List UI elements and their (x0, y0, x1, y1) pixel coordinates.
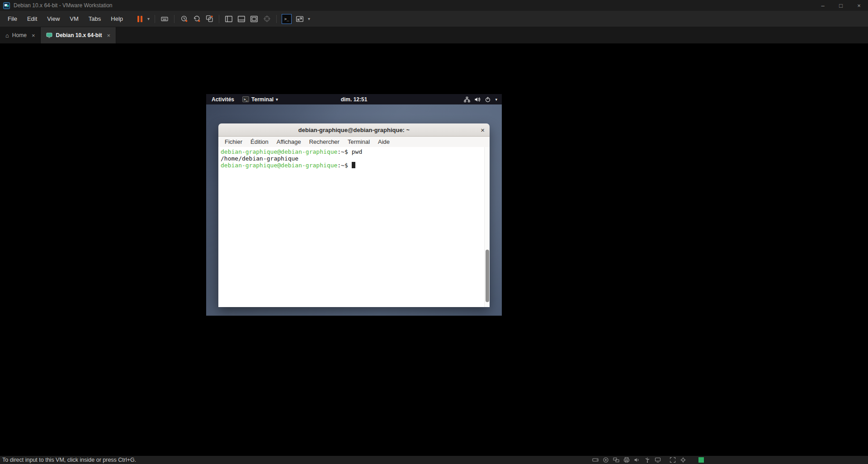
vmware-toolbar: ▾ (134, 13, 312, 25)
terminal-window: debian-graphique@debian-graphique: ~ × F… (218, 123, 490, 307)
fit-guest-status-icon[interactable] (670, 457, 676, 463)
tab-debian-vm[interactable]: Debian 10.x 64-bit × (41, 27, 116, 43)
vm-screen-icon (46, 33, 52, 38)
command-output: /home/debian-graphique (221, 155, 298, 162)
pause-icon (141, 16, 142, 22)
home-icon: ⌂ (5, 32, 9, 39)
vmware-titlebar: Debian 10.x 64-bit - VMware Workstation … (0, 0, 868, 11)
panel-left-icon (225, 15, 233, 23)
terminal-scrollbar[interactable] (484, 147, 490, 307)
keyboard-icon (160, 15, 169, 23)
terminal-toggle-button[interactable]: >_ (282, 14, 292, 24)
display-status-icon[interactable] (655, 457, 661, 463)
fullscreen-dropdown-caret[interactable]: ▾ (306, 16, 312, 21)
snapshot-manager-button[interactable] (203, 13, 216, 25)
hdd-status-icon[interactable] (592, 457, 599, 463)
prompt-user-host: debian-graphique@debian-graphique (221, 162, 337, 169)
menu-tabs[interactable]: Tabs (84, 11, 106, 27)
crosshair-icon (263, 15, 271, 23)
vmware-logo-icon (3, 2, 10, 9)
vmware-menubar: File Edit View VM Tabs Help ▾ (0, 11, 868, 27)
console-view-button[interactable] (248, 13, 260, 25)
toolbar-separator (174, 15, 175, 23)
menu-file[interactable]: File (3, 11, 22, 27)
scrollbar-thumb[interactable] (486, 250, 489, 303)
suspend-power-button[interactable] (134, 14, 146, 24)
panel-bottom-icon (237, 15, 245, 23)
tab-debian-vm-label: Debian 10.x 64-bit (56, 32, 102, 38)
terminal-menu-rechercher[interactable]: Rechercher (305, 138, 344, 145)
close-button[interactable]: × (850, 0, 868, 11)
device-status-icons (592, 457, 864, 463)
cdrom-status-icon[interactable] (603, 457, 609, 463)
fullscreen-icon (296, 15, 304, 23)
fullscreen-button[interactable] (293, 13, 306, 25)
menu-edit[interactable]: Edit (22, 11, 42, 27)
vm-display-area: Activités >_ Terminal ▾ dim. 12:51 (0, 43, 868, 456)
show-library-button[interactable] (222, 13, 235, 25)
vmware-statusbar: To direct input to this VM, click inside… (0, 456, 868, 464)
panel-frame-icon (250, 15, 258, 23)
send-ctrl-alt-del-button[interactable] (158, 13, 171, 25)
window-title: Debian 10.x 64-bit - VMware Workstation (14, 2, 113, 9)
vmware-tabbar: ⌂ Home × Debian 10.x 64-bit × (0, 27, 868, 43)
menu-view[interactable]: View (42, 11, 65, 27)
sound-status-icon[interactable] (634, 457, 640, 463)
gnome-topbar: Activités >_ Terminal ▾ dim. 12:51 (206, 94, 502, 104)
terminal-cursor (352, 162, 355, 168)
menu-vm[interactable]: VM (65, 11, 84, 27)
system-menu-caret: ▾ (495, 97, 497, 102)
snapshot-manager-icon (206, 15, 213, 23)
terminal-body[interactable]: debian-graphique@debian-graphique:~$pwd … (218, 147, 490, 307)
toolbar-separator (155, 15, 155, 23)
terminal-line: debian-graphique@debian-graphique:~$pwd (221, 148, 487, 155)
minimize-button[interactable]: – (814, 0, 832, 11)
tab-home[interactable]: ⌂ Home × (0, 27, 41, 43)
clock-button[interactable]: dim. 12:51 (206, 96, 502, 103)
pause-icon (137, 16, 139, 22)
revert-clock-icon (193, 15, 201, 23)
revert-snapshot-button[interactable] (190, 13, 203, 25)
snapshot-clock-icon (180, 15, 188, 23)
terminal-menu-terminal[interactable]: Terminal (344, 138, 374, 145)
terminal-menu-fichier[interactable]: Fichier (221, 138, 246, 145)
tab-debian-vm-close[interactable]: × (107, 32, 111, 39)
tab-home-label: Home (12, 32, 27, 38)
prompt-user-host: debian-graphique@debian-graphique (221, 148, 337, 155)
status-hint: To direct input to this VM, click inside… (2, 457, 136, 463)
toolbar-separator (276, 15, 277, 23)
show-thumbnail-bar-button[interactable] (235, 13, 248, 25)
tab-home-close[interactable]: × (32, 32, 35, 39)
terminal-line: debian-graphique@debian-graphique:~$ (221, 162, 487, 169)
toolbar-separator (219, 15, 219, 23)
window-controls: – □ × (814, 0, 868, 11)
power-dropdown-caret[interactable]: ▾ (146, 16, 151, 21)
maximize-button[interactable]: □ (832, 0, 850, 11)
printer-status-icon[interactable] (623, 457, 630, 463)
message-log-indicator[interactable] (698, 457, 704, 463)
power-icon (485, 96, 491, 103)
network-status-icon[interactable] (613, 457, 619, 463)
command-text: pwd (348, 148, 362, 155)
terminal-close-button[interactable]: × (481, 123, 485, 136)
prompt-path: :~$ (337, 148, 348, 155)
gnome-desktop[interactable]: debian-graphique@debian-graphique: ~ × F… (206, 104, 502, 316)
terminal-menu-edition[interactable]: Édition (246, 138, 273, 145)
terminal-menubar: Fichier Édition Affichage Rechercher Ter… (218, 137, 490, 147)
unity-mode-button[interactable] (260, 13, 273, 25)
terminal-titlebar[interactable]: debian-graphique@debian-graphique: ~ × (218, 123, 490, 137)
take-snapshot-button[interactable] (178, 13, 190, 25)
settings-status-icon[interactable] (680, 457, 686, 463)
terminal-menu-affichage[interactable]: Affichage (273, 138, 305, 145)
system-menu-button[interactable]: ▾ (464, 96, 502, 103)
terminal-title: debian-graphique@debian-graphique: ~ (298, 127, 410, 133)
volume-icon (474, 96, 481, 103)
prompt-path: :~$ (337, 162, 348, 169)
usb-status-icon[interactable] (644, 457, 651, 463)
menu-help[interactable]: Help (106, 11, 128, 27)
terminal-line: /home/debian-graphique (221, 155, 487, 162)
vm-screen[interactable]: Activités >_ Terminal ▾ dim. 12:51 (206, 94, 502, 316)
terminal-menu-aide[interactable]: Aide (374, 138, 394, 145)
wired-network-icon (464, 96, 470, 103)
